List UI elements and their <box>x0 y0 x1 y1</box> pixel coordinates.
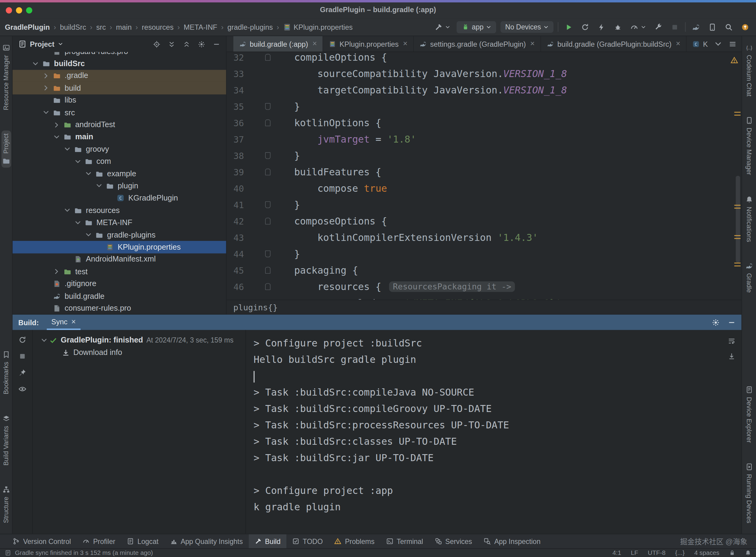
project-view-selector[interactable]: Project <box>18 40 63 48</box>
fold-marker-icon[interactable] <box>265 103 270 110</box>
status-message[interactable]: Gradle sync finished in 3 s 152 ms (a mi… <box>15 549 153 556</box>
build-console[interactable]: > Configure project :buildSrcHello build… <box>246 330 741 534</box>
status-widget-file-encoding[interactable]: UTF-8 <box>648 549 666 556</box>
chevron-down-icon[interactable] <box>50 134 62 141</box>
code-line-47[interactable]: 47 excludes + '/META-INF/{AL2.0,LGPL2.1}… <box>226 295 741 300</box>
tool-stripe-notifications[interactable]: Notifications <box>744 193 754 245</box>
code-line-40[interactable]: 40 compose true <box>226 180 741 197</box>
editor-tab-build-gradle-gradleplugin-buildsrc[interactable]: build.gradle (GradlePlugin:buildSrc)× <box>541 36 687 52</box>
code-line-44[interactable]: 44 } <box>226 246 741 262</box>
tool-stripe-project[interactable]: Project <box>1 130 11 168</box>
tool-window-button-logcat[interactable]: Logcat <box>121 534 164 548</box>
stopSq-icon[interactable] <box>18 352 26 360</box>
tree-row-libs[interactable]: libs <box>12 94 226 107</box>
chevron-down-icon[interactable] <box>92 182 105 189</box>
chevron-down-icon[interactable] <box>82 170 94 177</box>
scroll-end-icon[interactable] <box>727 352 736 360</box>
chevron-right-icon[interactable] <box>39 72 52 80</box>
fold-marker-icon[interactable] <box>265 169 270 175</box>
sync-project-button[interactable] <box>690 22 702 33</box>
minus-icon[interactable] <box>727 318 736 326</box>
chevron-down-icon[interactable] <box>39 109 52 116</box>
close-tab-icon[interactable]: × <box>530 39 535 48</box>
fold-marker-icon[interactable] <box>265 120 270 126</box>
chevron-down-icon[interactable] <box>72 158 84 165</box>
code-line-36[interactable]: 36 kotlinOptions { <box>226 115 741 131</box>
status-widget-code-style[interactable]: {...} <box>675 549 685 556</box>
tree-row-kplugin-properties[interactable]: KPlugin.properties <box>12 241 226 253</box>
fold-marker-icon[interactable] <box>265 152 270 159</box>
tool-window-button-terminal[interactable]: Terminal <box>380 534 429 548</box>
tree-row-meta-inf[interactable]: META-INF <box>12 216 226 229</box>
code-editor[interactable]: 32 compileOptions {33 sourceCompatibilit… <box>226 52 741 300</box>
chevron-right-icon[interactable] <box>50 268 62 275</box>
breadcrumb-item-kplugin-properties[interactable]: KPlugin.properties <box>283 23 353 31</box>
breadcrumb-item-gradle-plugins[interactable]: gradle-plugins <box>227 23 273 31</box>
expand-all-icon[interactable] <box>168 40 175 48</box>
code-line-37[interactable]: 37 jvmTarget = '1.8' <box>226 131 741 147</box>
update-available-button[interactable] <box>739 22 751 33</box>
close-tab-icon[interactable]: × <box>676 39 680 48</box>
search-everywhere-button[interactable] <box>723 22 735 33</box>
tree-row-build-gradle[interactable]: build.gradle <box>12 290 226 302</box>
tree-row-proguard-rules-pro[interactable]: proguard-rules.pro <box>12 52 226 58</box>
fold-marker-icon[interactable] <box>265 218 270 225</box>
chevron-right-icon[interactable] <box>39 84 52 92</box>
refresh-icon[interactable] <box>18 336 26 344</box>
locate-icon[interactable] <box>153 40 160 48</box>
tree-row-test[interactable]: test <box>12 265 226 277</box>
tree-row-resources[interactable]: resources <box>12 204 226 216</box>
gear-icon[interactable] <box>198 40 205 48</box>
status-widget-line-separator[interactable]: LF <box>631 549 638 556</box>
build-tab-sync[interactable]: Sync × <box>47 315 80 330</box>
run-config-selector[interactable]: app <box>456 21 496 33</box>
breadcrumb-item-meta-inf[interactable]: META-INF <box>184 23 217 31</box>
tool-stripe-bookmarks[interactable]: Bookmarks <box>1 348 11 398</box>
debug-button[interactable] <box>612 22 624 33</box>
tree-row-gradle[interactable]: .gradle <box>12 70 226 82</box>
fold-marker-icon[interactable] <box>265 201 270 208</box>
breadcrumb-item-gradleplugin[interactable]: GradlePlugin <box>5 23 50 31</box>
warning-stripe-mark[interactable] <box>734 112 741 116</box>
tree-row-groovy[interactable]: groovy <box>12 143 226 155</box>
gear-icon[interactable] <box>712 318 720 326</box>
collapse-all-icon[interactable] <box>183 40 190 48</box>
breadcrumb-item-main[interactable]: main <box>116 23 132 31</box>
code-line-45[interactable]: 45 packaging { <box>226 262 741 278</box>
tool-window-button-app-inspection[interactable]: App Inspection <box>478 534 546 548</box>
tree-row-gitignore[interactable]: .gitignore <box>12 277 226 290</box>
fold-marker-icon[interactable] <box>265 267 270 274</box>
tree-row-example[interactable]: example <box>12 168 226 180</box>
tree-row-androidtest[interactable]: androidTest <box>12 119 226 131</box>
tool-stripe-structure[interactable]: Structure <box>1 483 11 526</box>
tool-window-button-problems[interactable]: Problems <box>329 534 380 548</box>
close-tab-icon[interactable]: × <box>312 39 317 48</box>
fold-marker-icon[interactable] <box>265 54 270 61</box>
device-selector[interactable]: No Devices <box>500 21 554 33</box>
code-line-46[interactable]: 46 resources { ResourcesPackaging it -> <box>226 278 741 295</box>
tool-window-button-app-quality-insights[interactable]: App Quality Insights <box>164 534 249 548</box>
profiler-button[interactable] <box>628 22 648 33</box>
chevron-down-icon[interactable] <box>82 231 94 238</box>
breadcrumb-item-src[interactable]: src <box>96 23 106 31</box>
status-widget-caret-position[interactable]: 4:1 <box>612 549 621 556</box>
pin-icon[interactable] <box>18 369 26 377</box>
editor-tab-settings-gradle-gradleplugin[interactable]: settings.gradle (GradlePlugin)× <box>414 36 541 52</box>
status-widget-indent-size[interactable]: 4 spaces <box>694 549 720 556</box>
code-line-41[interactable]: 41 } <box>226 197 741 213</box>
tree-row-plugin[interactable]: plugin <box>12 180 226 192</box>
hamburger-icon[interactable] <box>728 40 736 48</box>
warning-stripe-mark[interactable] <box>734 205 741 209</box>
tree-row-buildsrc[interactable]: buildSrc <box>12 58 226 70</box>
apply-changes-button[interactable] <box>579 22 591 33</box>
minus-icon[interactable] <box>213 40 220 48</box>
build-menu[interactable] <box>432 22 452 33</box>
code-line-39[interactable]: 39 buildFeatures { <box>226 164 741 180</box>
chevron-right-icon[interactable] <box>50 121 62 128</box>
tree-row-kgradleplugin[interactable]: CKGradlePlugin <box>12 192 226 204</box>
inspections-widget[interactable] <box>730 56 738 64</box>
device-manager-button[interactable] <box>706 22 718 33</box>
tool-stripe-build-variants[interactable]: Build Variants <box>1 412 11 468</box>
tree-row-src[interactable]: src <box>12 107 226 119</box>
close-tab-icon[interactable]: × <box>403 39 408 48</box>
